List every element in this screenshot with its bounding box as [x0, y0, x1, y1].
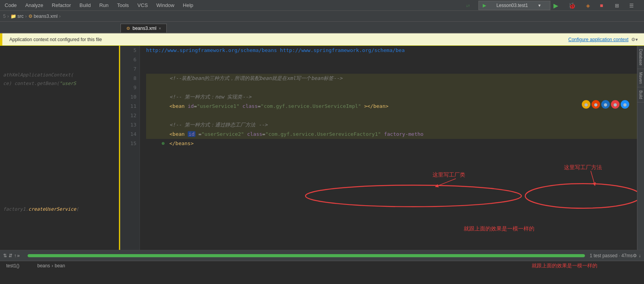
code-line-7 [146, 64, 637, 74]
configure-context-link[interactable]: Configure application context [568, 37, 628, 42]
tab-close-button[interactable]: × [159, 26, 161, 31]
left-code-line1: athXmlApplicationContext( [3, 71, 117, 79]
run-button[interactable]: ▶ [552, 1, 560, 10]
left-panel: athXmlApplicationContext( ce) context.ge… [0, 46, 120, 250]
bottom-panel-header: ⇅ ⇵ ↑ » 1 test passed · 47ms ⚙ ↓ [0, 250, 644, 261]
folder-icon: 📁 [10, 14, 16, 19]
right-panel-database[interactable]: Database [637, 46, 644, 69]
test-result-label: 1 test passed · 47ms [590, 253, 633, 258]
file-icon: ⚙ [28, 14, 33, 19]
breadcrumb-file[interactable]: beans3.xml [34, 14, 58, 19]
line-num-9: 9 [120, 83, 136, 92]
safari-icon[interactable]: ● [621, 100, 629, 109]
notification-gear-button[interactable]: ⚙▾ [631, 37, 638, 42]
breadcrumb-num: 5 [3, 14, 6, 19]
tab-beans3xml[interactable]: ⚙ beans3.xml × [120, 24, 167, 33]
left-panel-bottom-code: factory1.createUserService( [0, 203, 82, 215]
code-line-8: <!--装配bean的三种方式，所谓的装配bean就是在xml写一个bean标签… [146, 74, 637, 83]
browser-icons-group: ● ● ● ● ● [582, 100, 629, 109]
bottom-breadcrumb: test1() beans › bean 就跟上面的效果是一模一样的 [0, 261, 644, 270]
menu-tools[interactable]: Tools [115, 2, 130, 9]
notification-indicator [0, 33, 2, 45]
sort-asc-icon[interactable]: ⇅ [3, 253, 7, 258]
line-num-13: 13 [120, 120, 136, 130]
layout-button[interactable]: ⊞ [613, 2, 621, 9]
settings-menu-button[interactable]: ☰ [628, 2, 635, 9]
firefox-icon[interactable]: ● [592, 100, 600, 109]
tab-label: beans3.xml [133, 26, 156, 31]
right-panel-build[interactable]: Build [637, 87, 644, 102]
left-code-line2: ce) context.getBean("userS [3, 79, 117, 88]
stop-button[interactable]: ■ [599, 2, 605, 9]
nav-back-icon[interactable]: ↓↑ [464, 3, 471, 9]
menu-code[interactable]: Code [3, 2, 18, 9]
test-progress-bar-container [28, 254, 585, 257]
code-line-14: <bean id ="userService2" class="com.gyf.… [146, 130, 637, 139]
menu-window[interactable]: Window [155, 2, 176, 9]
line-num-15: 15 [120, 139, 136, 148]
breadcrumb-bar: 5 › 📁 src › ⚙ beans3.xml › [0, 11, 644, 22]
opera-icon[interactable]: ● [611, 100, 620, 109]
menu-refactor[interactable]: Refactor [50, 2, 72, 9]
code-line-11: <bean id="userService1" class="com.gyf.s… [146, 102, 637, 111]
menu-analyze[interactable]: Analyze [24, 2, 45, 9]
menu-bar: Code Analyze Refactor Build Run Tools VC… [0, 0, 644, 11]
menu-vcs[interactable]: VCS [136, 2, 150, 9]
breadcrumb-bean[interactable]: bean [55, 263, 65, 268]
result-annotation-text: 就跟上面的效果是一模一样的 [532, 262, 597, 269]
bottom-gear-icon[interactable]: ⚙ [633, 253, 637, 258]
left-code-factory-line: factory1.createUserService( [3, 205, 79, 213]
line-num-7: 7 [120, 64, 136, 74]
test-progress-bar [28, 254, 585, 257]
coverage-button[interactable]: ◈ [585, 2, 592, 9]
line-num-14: 14 [120, 130, 136, 139]
breadcrumb-src[interactable]: src [17, 14, 24, 19]
line-num-5: 5 [120, 46, 136, 55]
menu-help[interactable]: Help [182, 2, 195, 9]
breadcrumb-beans[interactable]: beans [37, 263, 50, 268]
run-config-dropdown[interactable]: ▶ Lesson03.test1 ▾ [478, 1, 550, 10]
notification-message: Application context not configured for t… [9, 37, 102, 42]
line-num-12: 12 [120, 111, 136, 120]
bottom-panel: ⇅ ⇵ ↑ » 1 test passed · 47ms ⚙ ↓ test1()… [0, 250, 644, 273]
run-config-label: Lesson03.test1 [495, 2, 529, 9]
code-line-13: <!-- 第一种方式：通过静态工厂方法 --> [146, 120, 637, 130]
code-line-15: ⊕ </beans> [146, 139, 637, 148]
line-num-11: 11 [120, 102, 136, 111]
code-line-9 [146, 83, 637, 92]
tab-file-icon: ⚙ [126, 26, 130, 31]
menu-run[interactable]: Run [98, 2, 110, 9]
line-num-6: 6 [120, 55, 136, 64]
code-container: 5 6 7 8 9 10 11 12 13 14 15 http://www.s… [120, 46, 637, 250]
bottom-left-label: test1() [6, 263, 19, 268]
breadcrumb-sep: › [52, 263, 53, 268]
right-panel-maven[interactable]: Maven [637, 69, 644, 87]
code-line-10: <!-- 第一种方式：new 实现类--> [146, 92, 637, 102]
main-area: athXmlApplicationContext( ce) context.ge… [0, 46, 644, 250]
code-lines[interactable]: http://www.springframework.org/schema/be… [140, 46, 637, 250]
tab-bar: ⚙ beans3.xml × [0, 22, 644, 33]
code-line-6 [146, 55, 637, 64]
menu-build[interactable]: Build [78, 2, 92, 9]
up-arrow-button[interactable]: ↑ [14, 253, 16, 258]
code-line-12 [146, 111, 637, 120]
forward-button[interactable]: » [17, 253, 20, 258]
left-panel-code: athXmlApplicationContext( ce) context.ge… [0, 69, 120, 89]
line-numbers: 5 6 7 8 9 10 11 12 13 14 15 [120, 46, 140, 250]
editor-area[interactable]: 5 6 7 8 9 10 11 12 13 14 15 http://www.s… [120, 46, 637, 250]
dropdown-arrow-icon: ▾ [537, 2, 542, 9]
left-panel-indicator [119, 46, 120, 250]
line-num-8: 8 [120, 74, 136, 83]
sort-desc-icon[interactable]: ⇵ [9, 253, 12, 258]
right-panel-tabs: Database Maven Build [637, 46, 644, 250]
debug-button[interactable]: 🐞 [567, 1, 578, 10]
notification-bar: Application context not configured for t… [0, 33, 644, 46]
code-line-5: http://www.springframework.org/schema/be… [146, 46, 637, 55]
bottom-download-icon[interactable]: ↓ [639, 253, 641, 258]
ie-icon[interactable]: ● [601, 100, 610, 109]
chrome-icon[interactable]: ● [582, 100, 590, 109]
line-num-10: 10 [120, 92, 136, 102]
